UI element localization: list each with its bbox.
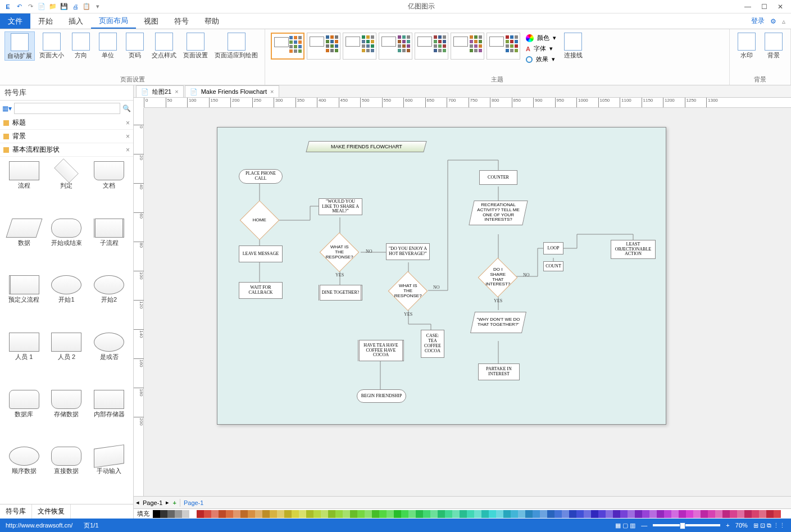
node-count[interactable]: COUNT — [543, 261, 563, 271]
color-swatch[interactable] — [350, 510, 357, 518]
color-swatch[interactable] — [438, 510, 445, 518]
color-swatch[interactable] — [211, 510, 219, 518]
node-rec-activity[interactable]: RECREATIONAL ACTIVITY? TELL ME ONE OF YO… — [469, 201, 528, 225]
close-button[interactable]: ✕ — [778, 3, 783, 11]
page-setup-button[interactable]: 页面设置 — [181, 31, 210, 60]
color-swatch[interactable] — [262, 510, 270, 518]
color-swatch[interactable] — [387, 510, 394, 518]
category-title[interactable]: 标题× — [0, 116, 133, 130]
collapse-ribbon-icon[interactable]: ▵ — [782, 17, 785, 25]
color-swatch[interactable] — [240, 510, 248, 518]
footer-tab-library[interactable]: 符号库 — [0, 504, 32, 519]
color-swatch[interactable] — [343, 510, 350, 518]
qat-more[interactable]: ▾ — [93, 2, 102, 11]
color-swatch[interactable] — [248, 510, 255, 518]
color-swatch[interactable] — [701, 510, 708, 518]
color-swatch[interactable] — [408, 510, 416, 518]
color-swatch[interactable] — [489, 510, 496, 518]
status-icons[interactable]: ⊞ ⊡ ⧉ ⋮⋮ — [753, 522, 785, 529]
node-share-interest[interactable]: DO I SHARE THAT INTEREST? — [478, 258, 518, 298]
shape-item[interactable]: 预定义流程 — [3, 274, 45, 329]
shape-item[interactable]: 是或否 — [88, 331, 130, 387]
status-url[interactable]: http://www.edrawsoft.cn/ — [6, 522, 72, 529]
redo-button[interactable]: ↷ — [26, 2, 35, 11]
effect-option[interactable]: 效果 ▾ — [526, 55, 556, 63]
watermark-button[interactable]: 水印 — [734, 31, 759, 60]
connector-button[interactable]: 连接线 — [561, 31, 585, 60]
color-swatch[interactable] — [219, 510, 226, 518]
export-button[interactable]: 📋 — [82, 2, 91, 11]
color-swatch[interactable] — [379, 510, 387, 518]
unit-button[interactable]: 单位 — [96, 31, 120, 60]
theme-swatch[interactable] — [451, 33, 484, 60]
color-swatch[interactable] — [649, 510, 657, 518]
color-swatch[interactable] — [226, 510, 233, 518]
view-icons[interactable]: ▦ ▢ ▥ — [615, 522, 635, 529]
color-swatch[interactable] — [671, 510, 679, 518]
color-swatch[interactable] — [175, 510, 182, 518]
node-response2[interactable]: WHAT IS THE RESPONSE? — [388, 271, 428, 311]
theme-swatch[interactable] — [415, 33, 448, 60]
color-swatch[interactable] — [598, 510, 606, 518]
category-flowchart-shapes[interactable]: 基本流程图形状× — [0, 143, 133, 157]
node-dine[interactable]: DINE TOGETHER? — [319, 285, 362, 301]
tab-file[interactable]: 文件 — [0, 13, 30, 29]
doc-tab-1[interactable]: 📄绘图21× — [136, 85, 184, 97]
color-swatch[interactable] — [306, 510, 313, 518]
color-swatch[interactable] — [752, 510, 759, 518]
settings-icon[interactable]: ⚙ — [770, 17, 776, 25]
auto-expand-button[interactable]: 自动扩展 — [4, 31, 35, 61]
color-swatch[interactable] — [686, 510, 693, 518]
shape-item[interactable]: 内部存储器 — [88, 389, 130, 444]
shape-item[interactable]: 流程 — [3, 160, 45, 215]
shape-item[interactable]: 文档 — [88, 160, 130, 215]
orientation-button[interactable]: 方向 — [69, 31, 93, 60]
node-loop[interactable]: LOOP — [543, 242, 563, 254]
fit-to-drawing-button[interactable]: 页面适应到绘图 — [212, 31, 260, 60]
background-button[interactable]: 背景 — [761, 31, 786, 60]
shape-item[interactable]: 开始1 — [46, 274, 88, 329]
library-dropdown[interactable]: ▦▾ — [2, 104, 12, 112]
page-prev[interactable]: ◂ — [136, 499, 139, 506]
shape-item[interactable]: 开始或结束 — [46, 217, 88, 272]
color-swatch[interactable] — [277, 510, 284, 518]
color-swatch[interactable] — [591, 510, 598, 518]
page-tab-right[interactable]: Page-1 — [184, 499, 203, 506]
shape-item[interactable]: 手动输入 — [88, 445, 130, 501]
color-swatch[interactable] — [299, 510, 306, 518]
node-partake[interactable]: PARTAKE IN INTEREST — [478, 363, 520, 380]
color-swatch[interactable] — [153, 510, 160, 518]
color-swatch[interactable] — [525, 510, 533, 518]
search-icon[interactable]: 🔍 — [122, 104, 131, 112]
color-swatch[interactable] — [233, 510, 240, 518]
color-swatch[interactable] — [547, 510, 554, 518]
color-swatch[interactable] — [452, 510, 460, 518]
color-swatch[interactable] — [708, 510, 715, 518]
login-link[interactable]: 登录 — [751, 16, 765, 26]
color-swatch[interactable] — [518, 510, 525, 518]
shape-item[interactable]: 开始2 — [88, 274, 130, 329]
zoom-slider[interactable] — [653, 524, 720, 526]
color-swatch[interactable] — [503, 510, 511, 518]
color-swatch[interactable] — [372, 510, 379, 518]
minimize-button[interactable]: — — [744, 3, 751, 11]
color-swatch[interactable] — [365, 510, 372, 518]
undo-button[interactable]: ↶ — [15, 2, 24, 11]
color-swatch[interactable] — [430, 510, 438, 518]
color-swatch[interactable] — [357, 510, 365, 518]
open-button[interactable]: 📁 — [48, 2, 57, 11]
tab-symbol[interactable]: 符号 — [166, 13, 197, 29]
color-swatch[interactable] — [401, 510, 408, 518]
color-swatch[interactable] — [554, 510, 562, 518]
category-background[interactable]: 背景× — [0, 130, 133, 143]
color-swatch[interactable] — [584, 510, 591, 518]
color-swatch[interactable] — [197, 510, 204, 518]
color-swatch[interactable] — [328, 510, 335, 518]
color-swatch[interactable] — [313, 510, 321, 518]
color-swatch[interactable] — [481, 510, 489, 518]
color-swatch[interactable] — [255, 510, 262, 518]
color-swatch[interactable] — [335, 510, 343, 518]
page-size-button[interactable]: 页面大小 — [37, 31, 66, 60]
shape-item[interactable]: 存储数据 — [46, 389, 88, 444]
color-swatch[interactable] — [189, 510, 197, 518]
